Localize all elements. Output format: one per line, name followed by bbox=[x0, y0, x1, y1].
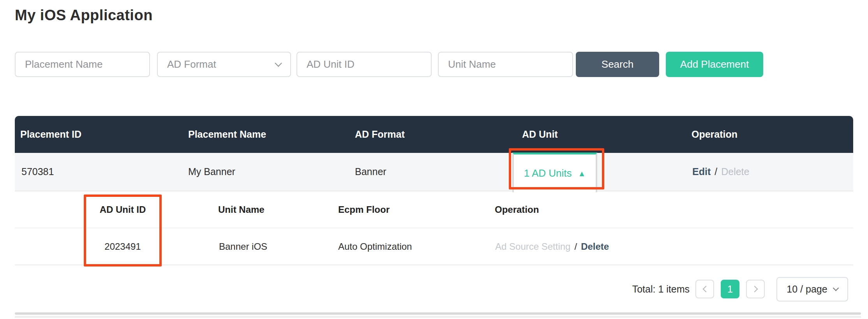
operation-separator: / bbox=[711, 166, 721, 177]
chevron-down-icon bbox=[833, 285, 839, 291]
page-size-select[interactable]: 10 / page bbox=[776, 277, 848, 301]
col-placement-name: Placement Name bbox=[188, 116, 266, 153]
ad-unit-id-value: 2023491 bbox=[85, 228, 161, 265]
delete-unit-link[interactable]: Delete bbox=[581, 241, 609, 252]
ecpm-floor-value: Auto Optimization bbox=[338, 228, 412, 265]
ad-format-value: Banner bbox=[355, 153, 386, 191]
operation-separator: / bbox=[570, 241, 581, 252]
ad-source-setting-link[interactable]: Ad Source Setting bbox=[495, 241, 570, 252]
search-button[interactable]: Search bbox=[576, 52, 659, 77]
table-header: Placement ID Placement Name AD Format AD… bbox=[15, 116, 853, 153]
pagination-total: Total: 1 items bbox=[600, 277, 690, 301]
subcol-operation: Operation bbox=[495, 191, 539, 228]
col-ad-unit: AD Unit bbox=[522, 116, 558, 153]
table-row: 570381 My Banner Banner Edit / Delete bbox=[15, 153, 853, 191]
next-page-button[interactable] bbox=[746, 280, 765, 298]
subcol-ad-unit-id: AD Unit ID bbox=[85, 191, 161, 228]
bottom-scrollbar[interactable] bbox=[15, 312, 861, 315]
prev-page-button[interactable] bbox=[695, 280, 714, 298]
page-title: My iOS Application bbox=[15, 7, 153, 24]
col-placement-id: Placement ID bbox=[20, 116, 81, 153]
subcol-unit-name: Unit Name bbox=[218, 191, 265, 228]
unit-name-value: Banner iOS bbox=[219, 228, 267, 265]
ad-unit-count-toggle[interactable]: 1 AD Units ▲ bbox=[512, 152, 597, 192]
delete-link[interactable]: Delete bbox=[721, 166, 749, 177]
subrow-operations: Ad Source Setting / Delete bbox=[495, 228, 609, 265]
edit-link[interactable]: Edit bbox=[692, 166, 711, 177]
ad-format-select[interactable]: AD Format bbox=[157, 52, 291, 77]
ad-unit-count-label: 1 AD Units bbox=[524, 167, 572, 179]
unit-name-input[interactable] bbox=[438, 52, 573, 77]
add-placement-button[interactable]: Add Placement bbox=[666, 52, 763, 77]
placement-id-value: 570381 bbox=[21, 153, 54, 191]
subcol-ecpm-floor: Ecpm Floor bbox=[338, 191, 390, 228]
page-1-button[interactable]: 1 bbox=[721, 280, 739, 298]
chevron-down-icon bbox=[275, 60, 282, 67]
ad-unit-id-input[interactable] bbox=[296, 52, 432, 77]
chevron-right-icon bbox=[751, 286, 758, 293]
row-operations: Edit / Delete bbox=[692, 153, 749, 191]
ad-format-select-value: AD Format bbox=[167, 58, 216, 70]
subtable-header: AD Unit ID Unit Name Ecpm Floor Operatio… bbox=[15, 191, 853, 228]
chevron-left-icon bbox=[702, 286, 709, 293]
placement-name-input[interactable] bbox=[15, 52, 150, 77]
col-operation: Operation bbox=[692, 116, 737, 153]
placement-name-value: My Banner bbox=[188, 153, 235, 191]
page-size-value: 10 / page bbox=[787, 284, 827, 295]
placements-page: My iOS Application AD Format Search Add … bbox=[0, 0, 868, 319]
triangle-up-icon: ▲ bbox=[578, 170, 586, 177]
col-ad-format: AD Format bbox=[355, 116, 405, 153]
subtable-row: 2023491 Banner iOS Auto Optimization Ad … bbox=[15, 228, 853, 265]
bottom-divider bbox=[15, 316, 861, 318]
